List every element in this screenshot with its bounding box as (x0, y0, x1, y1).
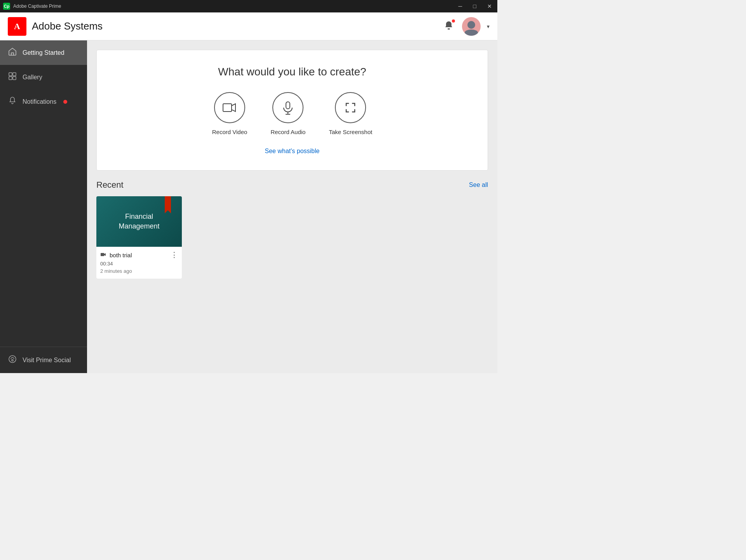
maximize-button[interactable]: □ (471, 2, 479, 11)
record-video-circle (214, 92, 245, 123)
media-time-ago: 2 minutes ago (100, 268, 178, 274)
recent-section: Recent See all FinancialManagement (96, 180, 488, 279)
sidebar-spacer (0, 114, 87, 347)
header-left: A Adobe Systems (8, 17, 103, 36)
title-bar: Cp Adobe Captivate Prime ─ □ ✕ (0, 0, 497, 12)
gallery-icon (8, 72, 17, 82)
sidebar-item-notifications[interactable]: Notifications (0, 89, 87, 114)
media-type-video-icon (100, 251, 106, 259)
see-possible-link[interactable]: See what's possible (265, 148, 320, 154)
svg-rect-3 (9, 77, 12, 80)
record-audio-option[interactable]: Record Audio (270, 92, 305, 135)
record-audio-circle (272, 92, 303, 123)
adobe-logo: A (8, 17, 26, 36)
adobe-logo-text: A (14, 21, 20, 31)
social-icon (8, 355, 17, 365)
svg-rect-0 (448, 28, 450, 30)
content-area: What would you like to create? Record Vi… (87, 40, 497, 373)
minimize-button[interactable]: ─ (456, 2, 465, 11)
avatar-figure (462, 17, 481, 36)
sidebar-item-prime-social[interactable]: Visit Prime Social (0, 347, 87, 373)
title-bar-left: Cp Adobe Captivate Prime (3, 3, 61, 10)
app-icon: Cp (3, 3, 10, 10)
microphone-icon (281, 100, 295, 115)
media-menu-button[interactable]: ⋮ (171, 251, 178, 259)
notifications-label: Notifications (23, 98, 56, 105)
record-video-option[interactable]: Record Video (212, 92, 248, 135)
sidebar-item-getting-started[interactable]: Getting Started (0, 40, 87, 65)
take-screenshot-label: Take Screenshot (329, 129, 372, 135)
user-dropdown-arrow[interactable]: ▾ (487, 23, 490, 30)
title-bar-title: Adobe Captivate Prime (13, 3, 61, 9)
media-info-top: both trial ⋮ (100, 251, 178, 259)
media-info-left: both trial (100, 251, 132, 259)
recent-title: Recent (96, 180, 124, 190)
media-card[interactable]: FinancialManagement both trial (96, 196, 182, 279)
svg-rect-2 (13, 73, 16, 76)
recent-header: Recent See all (96, 180, 488, 190)
media-bookmark (165, 196, 171, 210)
sidebar: Getting Started Gallery No (0, 40, 87, 373)
prime-social-label: Visit Prime Social (23, 357, 71, 364)
gallery-label: Gallery (23, 74, 42, 81)
home-icon (8, 47, 17, 58)
close-button[interactable]: ✕ (485, 2, 494, 11)
create-options: Record Video Record Audio (112, 92, 472, 135)
svg-rect-4 (13, 77, 16, 80)
media-thumbnail: FinancialManagement (96, 196, 182, 247)
record-video-label: Record Video (212, 129, 248, 135)
media-thumbnail-text: FinancialManagement (119, 212, 159, 231)
svg-rect-8 (286, 102, 290, 109)
svg-rect-7 (223, 104, 232, 112)
record-audio-label: Record Audio (270, 129, 305, 135)
notifications-bell-icon (8, 96, 17, 107)
see-all-link[interactable]: See all (469, 181, 488, 188)
create-card: What would you like to create? Record Vi… (96, 50, 488, 171)
svg-rect-1 (9, 73, 12, 76)
avatar-head (467, 21, 475, 29)
notification-bell[interactable] (442, 19, 456, 34)
video-camera-icon (222, 100, 237, 115)
create-title: What would you like to create? (112, 66, 472, 78)
svg-point-6 (12, 359, 13, 361)
media-name: both trial (110, 252, 132, 258)
header-right: ▾ (442, 17, 490, 36)
screenshot-icon (343, 100, 358, 115)
company-name: Adobe Systems (32, 20, 103, 32)
main-layout: Getting Started Gallery No (0, 40, 497, 373)
sidebar-item-gallery[interactable]: Gallery (0, 65, 87, 89)
title-bar-controls: ─ □ ✕ (456, 2, 494, 11)
take-screenshot-circle (335, 92, 366, 123)
media-info: both trial ⋮ 00:34 2 minutes ago (96, 247, 182, 279)
getting-started-label: Getting Started (23, 49, 64, 56)
bell-badge (451, 19, 456, 23)
svg-point-5 (9, 356, 16, 363)
avatar-body (465, 30, 478, 36)
svg-rect-11 (101, 253, 104, 256)
header: A Adobe Systems ▾ (0, 12, 497, 40)
take-screenshot-option[interactable]: Take Screenshot (329, 92, 372, 135)
media-duration: 00:34 (100, 261, 178, 267)
notifications-dot (63, 100, 67, 104)
user-avatar[interactable] (462, 17, 481, 36)
